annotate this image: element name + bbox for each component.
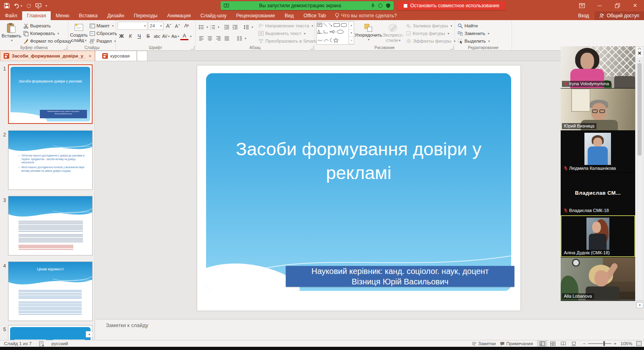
fit-to-window-icon[interactable] [636, 341, 642, 346]
tab-insert[interactable]: Вставка [74, 11, 102, 20]
bullets-caret-icon[interactable]: ▾ [206, 25, 208, 29]
font-color-caret-icon[interactable]: ▾ [190, 35, 192, 38]
font-color-button[interactable]: А [180, 32, 188, 40]
shape-outline-button[interactable]: Контур фигуры ▾ [405, 30, 457, 37]
grow-font-icon[interactable] [164, 22, 172, 30]
slide-subtitle-box[interactable]: Науковий керівник: канд. соціолог. наук,… [286, 266, 514, 287]
paragraph-dialog-launcher[interactable] [310, 46, 314, 49]
text-shadow-button[interactable]: abc [153, 32, 161, 40]
video-tile-iryna[interactable]: Iryna Volodymyrivna [561, 46, 635, 89]
slide-page[interactable]: Засоби формування довіри у рекламі Науко… [197, 66, 520, 311]
undo-icon[interactable]: ▾ [14, 3, 22, 8]
normal-view-icon[interactable] [537, 340, 547, 347]
tab-review[interactable]: Рецензирование [231, 11, 280, 20]
copy-button[interactable]: Копировать ▾ [22, 30, 73, 37]
thumbnails-scroll-down-icon[interactable]: ▾ [86, 331, 93, 338]
increase-indent-icon[interactable] [231, 23, 239, 31]
columns-icon[interactable] [235, 34, 244, 42]
font-name-combo[interactable]: ▾ [118, 22, 147, 30]
panel-scrollbar[interactable]: ▴ [637, 58, 642, 301]
tab-animations[interactable]: Анимация [162, 11, 196, 20]
numbering-icon[interactable] [208, 23, 217, 31]
video-tile-alina[interactable]: Аліна Дуднік (СМК-18) [561, 215, 635, 257]
slide-title-text[interactable]: Засоби формування довіри у рекламі [218, 138, 499, 185]
stop-sharing-button[interactable]: Остановить совместное использование [398, 1, 506, 10]
tab-slideshow[interactable]: Слайд-шоу [196, 11, 231, 20]
scroll-up-icon[interactable]: ▴ [639, 58, 640, 63]
doc-tab-new[interactable] [137, 51, 147, 61]
shapes-gallery[interactable]: ▴ ▾ ≡ [316, 21, 354, 45]
section-button[interactable]: Раздел ▾ [89, 37, 118, 45]
shape-fill-button[interactable]: Заливка фигуры ▾ [405, 22, 457, 29]
share-button[interactable]: Общий доступ [594, 11, 644, 20]
shrink-font-icon[interactable] [173, 22, 181, 30]
start-slideshow-icon[interactable] [35, 3, 41, 8]
zoom-in-button[interactable]: + [614, 341, 617, 346]
tab-home[interactable]: Главная [22, 11, 51, 20]
format-painter-button[interactable]: Формат по образцу [22, 37, 73, 45]
font-size-combo[interactable]: 24▾ [148, 22, 163, 30]
undo-caret-icon[interactable]: ▾ [21, 4, 22, 8]
sign-in-button[interactable]: Вход [572, 13, 594, 19]
columns-caret-icon[interactable]: ▾ [245, 37, 246, 40]
slide-thumbnail-1[interactable]: Засоби формування довіри у рекламі Науко… [8, 64, 93, 124]
doc-tab-kursovaya[interactable]: курсовая [95, 51, 137, 61]
spell-check-icon[interactable] [39, 341, 44, 346]
align-right-icon[interactable] [214, 34, 222, 42]
shape-effects-button[interactable]: Эффекты фигуры ▾ [405, 37, 457, 45]
align-center-icon[interactable] [206, 34, 214, 42]
tell-me-box[interactable]: Что вы хотите сделать? [331, 11, 401, 20]
video-tile-yuriy[interactable]: Юрий Визница [561, 89, 635, 131]
zoom-slider-thumb[interactable] [603, 341, 605, 346]
ribbon-display-options-icon[interactable] [573, 0, 591, 11]
tab-view[interactable]: Вид [280, 11, 299, 20]
char-spacing-button[interactable]: AV▾ [162, 32, 170, 40]
find-button[interactable]: Найти [456, 22, 491, 29]
notes-pane[interactable]: Заметки к слайду [95, 319, 644, 340]
numbering-caret-icon[interactable]: ▾ [218, 25, 219, 29]
new-slide-button[interactable]: Создать слайд▾ [70, 21, 88, 45]
strikethrough-button[interactable]: S [144, 32, 152, 40]
restore-icon[interactable] [609, 0, 626, 11]
video-tile-vladyslav[interactable]: Владислав СМ... Владислав СМК-18 [561, 173, 635, 215]
slide-thumbnail-4[interactable]: Цікаві відомості [8, 261, 93, 321]
close-window-icon[interactable]: × [626, 0, 644, 11]
slide-thumbnail-5[interactable] [8, 325, 93, 340]
zoom-slider-track[interactable] [588, 343, 611, 344]
line-spacing-icon[interactable] [242, 23, 250, 31]
scrollbar-thumb[interactable] [638, 63, 642, 156]
doc-tab1-close-icon[interactable]: × [89, 54, 91, 58]
slide-thumbnail-2[interactable]: Об'єктом нашого дослідження є довіра до … [8, 130, 93, 190]
quick-styles-button[interactable]: Экспресс- стили▾ [382, 21, 404, 45]
tab-office-tab[interactable]: Office Tab [299, 11, 331, 20]
video-tile-lyudmyla[interactable]: Людмила Калашнікова [561, 131, 635, 173]
notes-toggle[interactable]: Заметки [472, 341, 496, 346]
tab-design[interactable]: Дизайн [103, 11, 129, 20]
zoom-out-button[interactable]: − [583, 341, 586, 346]
select-button[interactable]: Выделить ▾ [456, 37, 491, 45]
layout-button[interactable]: Макет ▾ [89, 22, 118, 29]
font-dialog-launcher[interactable] [191, 46, 194, 49]
shapes-scroll-down-icon[interactable]: ▾ [349, 29, 354, 37]
zoom-level[interactable]: 105% [621, 341, 632, 346]
slide-indicator[interactable]: Слайд 1 из 7 [4, 341, 32, 346]
customize-qat-icon[interactable]: ▾ [45, 4, 47, 8]
tab-file[interactable]: Файл [0, 11, 22, 20]
clipboard-dialog-launcher[interactable] [64, 46, 67, 49]
slide-sorter-view-icon[interactable] [547, 340, 558, 347]
cut-button[interactable]: Вырезать [22, 22, 73, 29]
panel-dropdown-icon[interactable]: ▾ [636, 302, 643, 308]
italic-button[interactable]: К [126, 32, 134, 40]
align-left-icon[interactable] [197, 34, 205, 42]
comments-toggle[interactable]: Примечания [500, 341, 533, 346]
change-case-button[interactable]: Aa▾ [171, 32, 180, 40]
line-spacing-caret-icon[interactable]: ▾ [252, 25, 253, 29]
bold-button[interactable]: Ж [118, 32, 126, 40]
shapes-more-icon[interactable]: ≡ [349, 37, 354, 44]
arrange-button[interactable]: Упорядочить ▾ [355, 21, 382, 45]
slide-thumbnail-3[interactable] [8, 196, 93, 255]
justify-icon[interactable] [223, 34, 231, 42]
reset-button[interactable]: Сбросить [89, 30, 118, 37]
save-icon[interactable] [4, 3, 10, 8]
tab-transitions[interactable]: Переходы [129, 11, 163, 20]
